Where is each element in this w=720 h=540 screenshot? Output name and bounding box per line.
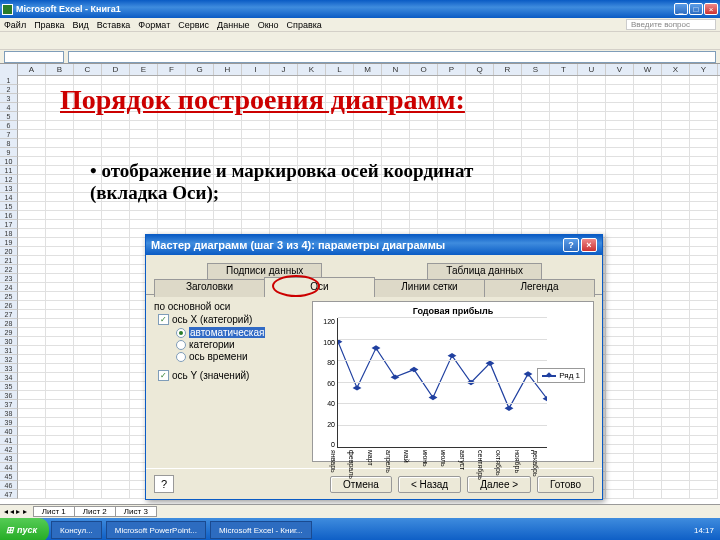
- cell[interactable]: [690, 103, 718, 112]
- cell[interactable]: [46, 265, 74, 274]
- cell[interactable]: [662, 283, 690, 292]
- cell[interactable]: [550, 157, 578, 166]
- cell[interactable]: [606, 454, 634, 463]
- sheet-nav-icons[interactable]: ◂ ◂ ▸ ▸: [4, 507, 27, 516]
- col-header[interactable]: A: [18, 64, 46, 75]
- cell[interactable]: [522, 94, 550, 103]
- cell[interactable]: [18, 283, 46, 292]
- cell[interactable]: [438, 121, 466, 130]
- cell[interactable]: [18, 220, 46, 229]
- cell[interactable]: [46, 490, 74, 499]
- cell[interactable]: [74, 436, 102, 445]
- col-header[interactable]: S: [522, 64, 550, 75]
- cell[interactable]: [634, 175, 662, 184]
- cell[interactable]: [186, 139, 214, 148]
- cell[interactable]: [18, 130, 46, 139]
- cell[interactable]: [522, 130, 550, 139]
- cell[interactable]: [298, 148, 326, 157]
- cell[interactable]: [578, 112, 606, 121]
- cell[interactable]: [606, 238, 634, 247]
- cell[interactable]: [18, 409, 46, 418]
- cell[interactable]: [606, 166, 634, 175]
- cell[interactable]: [522, 166, 550, 175]
- cell[interactable]: [690, 94, 718, 103]
- row-header[interactable]: 12: [0, 175, 18, 184]
- cell[interactable]: [634, 292, 662, 301]
- cell[interactable]: [606, 481, 634, 490]
- cell[interactable]: [74, 445, 102, 454]
- cell[interactable]: [74, 463, 102, 472]
- cell[interactable]: [634, 85, 662, 94]
- cell[interactable]: [18, 103, 46, 112]
- cell[interactable]: [18, 166, 46, 175]
- cell[interactable]: [550, 76, 578, 85]
- cell[interactable]: [354, 139, 382, 148]
- cell[interactable]: [74, 400, 102, 409]
- cell[interactable]: [186, 148, 214, 157]
- cell[interactable]: [46, 346, 74, 355]
- cell[interactable]: [18, 265, 46, 274]
- cell[interactable]: [102, 355, 130, 364]
- cell[interactable]: [634, 283, 662, 292]
- cell[interactable]: [46, 463, 74, 472]
- select-all-corner[interactable]: [0, 64, 18, 76]
- cell[interactable]: [102, 310, 130, 319]
- row-header[interactable]: 41: [0, 436, 18, 445]
- cell[interactable]: [662, 391, 690, 400]
- cell[interactable]: [74, 238, 102, 247]
- cell[interactable]: [18, 346, 46, 355]
- cell[interactable]: [46, 256, 74, 265]
- row-header[interactable]: 34: [0, 373, 18, 382]
- cell[interactable]: [326, 211, 354, 220]
- cell[interactable]: [74, 454, 102, 463]
- cell[interactable]: [18, 472, 46, 481]
- cell[interactable]: [354, 211, 382, 220]
- cell[interactable]: [130, 211, 158, 220]
- cell[interactable]: [494, 121, 522, 130]
- sheet-tab[interactable]: Лист 2: [74, 506, 116, 517]
- cell[interactable]: [634, 310, 662, 319]
- cell[interactable]: [382, 121, 410, 130]
- cell[interactable]: [74, 121, 102, 130]
- cell[interactable]: [494, 112, 522, 121]
- cell[interactable]: [522, 121, 550, 130]
- cell[interactable]: [662, 337, 690, 346]
- col-header[interactable]: H: [214, 64, 242, 75]
- cell[interactable]: [634, 238, 662, 247]
- cell[interactable]: [466, 112, 494, 121]
- cell[interactable]: [606, 373, 634, 382]
- checkbox-y-axis[interactable]: ✓: [158, 370, 169, 381]
- cell[interactable]: [494, 130, 522, 139]
- cell[interactable]: [354, 220, 382, 229]
- row-header[interactable]: 17: [0, 220, 18, 229]
- cell[interactable]: [46, 238, 74, 247]
- cell[interactable]: [690, 427, 718, 436]
- cell[interactable]: [466, 85, 494, 94]
- cell[interactable]: [606, 220, 634, 229]
- cell[interactable]: [662, 355, 690, 364]
- cell[interactable]: [410, 211, 438, 220]
- cell[interactable]: [522, 85, 550, 94]
- cell[interactable]: [158, 139, 186, 148]
- cell[interactable]: [690, 310, 718, 319]
- cell[interactable]: [382, 211, 410, 220]
- cell[interactable]: [662, 76, 690, 85]
- cell[interactable]: [354, 121, 382, 130]
- cell[interactable]: [214, 121, 242, 130]
- col-header[interactable]: C: [74, 64, 102, 75]
- cell[interactable]: [466, 103, 494, 112]
- cell[interactable]: [494, 85, 522, 94]
- menu-tools[interactable]: Сервис: [178, 20, 209, 30]
- cell[interactable]: [550, 184, 578, 193]
- cell[interactable]: [74, 391, 102, 400]
- cell[interactable]: [690, 148, 718, 157]
- cell[interactable]: [634, 94, 662, 103]
- cell[interactable]: [46, 157, 74, 166]
- cell[interactable]: [466, 220, 494, 229]
- cell[interactable]: [46, 454, 74, 463]
- cell[interactable]: [662, 373, 690, 382]
- cell[interactable]: [606, 310, 634, 319]
- col-header[interactable]: L: [326, 64, 354, 75]
- menu-format[interactable]: Формат: [138, 20, 170, 30]
- cell[interactable]: [298, 211, 326, 220]
